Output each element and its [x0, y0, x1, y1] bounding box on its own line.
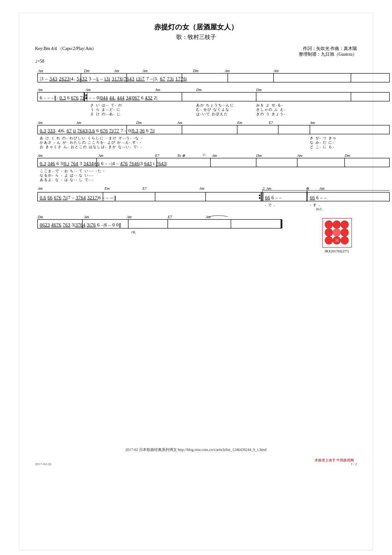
svg-text:- で -: - で - [265, 203, 276, 207]
svg-point-141 [333, 220, 341, 229]
svg-text:0623 4676 763 3|3764 3i76 6 –|: 0623 4676 763 3|3764 3i76 6 –|6 – 0 0‖ [40, 222, 121, 228]
svg-text:あか ちょうち--んに: あか ちょうち--んに [196, 103, 234, 107]
svg-text:Am: Am [98, 153, 103, 158]
svg-text:Dm: Dm [37, 215, 43, 219]
svg-text:6 – – –‖: 0.3 6 676 7i|3 – – 0: 6 – – –‖: 0.3 6 676 7i|3 – – 0|044 44. 4… [40, 95, 157, 101]
svg-point-140 [325, 220, 333, 229]
svg-point-144 [333, 228, 341, 237]
svg-text:Dm: Dm [136, 120, 142, 125]
svg-text:0.6 66 676 7i|7 – 3764 3217|6 : 0.6 66 676 7i|7 – 3764 3217|6 – – –:‖ [40, 195, 117, 200]
svg-point-146 [325, 236, 333, 244]
arranger-info: 整理制谱：九日旭（Guanxu） [299, 52, 357, 57]
svg-text:To ⊕: To ⊕ [177, 153, 185, 158]
svg-text:Dm: Dm [193, 69, 199, 73]
svg-text:E7: E7 [167, 215, 172, 219]
svg-text:さ け の--あ- じ: さ け の--あ- じ [90, 112, 121, 116]
svg-text:Am: Am [155, 88, 160, 92]
svg-text:Am: Am [126, 215, 132, 219]
svg-text:⊕: ⊕ [306, 186, 309, 191]
svg-text:|3 – 343 2623|4. 5432 3 –|i – : |3 – 343 2623|4. 5432 3 –|i – i3i 3176|7… [40, 76, 187, 81]
svg-text:Am: Am [273, 69, 279, 73]
music-score: Am Dm Am Am Dm Am Am [35, 66, 357, 435]
svg-text:D.C.: D.C. [316, 207, 323, 211]
svg-point-111 [259, 197, 261, 199]
svg-text:さ い は-- て- の: さ い は-- て- の [90, 103, 122, 107]
svg-text:う ら ま--ど- に: う ら ま--ど- に [90, 108, 121, 112]
svg-point-143 [325, 228, 333, 237]
svg-text:2. Am: 2. Am [262, 186, 271, 191]
svg-text:Am: Am [37, 186, 43, 191]
svg-text:Am: Am [114, 69, 119, 73]
svg-text:Am: Am [297, 153, 302, 158]
svg-text:ど こ- に も-: ど こ- に も- [310, 145, 335, 149]
svg-text:Am: Am [84, 215, 89, 219]
svg-text:なるか- ら -  よ ば-- な い---: なるか- ら - よ ば-- な い--- [40, 173, 94, 177]
svg-text:Dm: Dm [196, 88, 202, 92]
svg-text:Am: Am [142, 69, 148, 73]
svg-text:あるよ- な -  は な-- し で---: あるよ- な - は な-- し で--- [40, 178, 94, 182]
svg-text:E7: E7 [268, 120, 273, 125]
key-info: Key:Bm 4/4 （Capo:2/Play:Am） [35, 46, 96, 52]
svg-text:Am: Am [37, 120, 43, 125]
svg-text:0.3 346 6 3|0.i 764 3 3434|66 : 0.3 346 6 3|0.i 764 3 3434|66 6 – –|4 – … [40, 161, 167, 166]
svg-text:JRX201702(277): JRX201702(277) [325, 249, 349, 253]
svg-text:Em: Em [104, 186, 110, 191]
svg-text:旭: 旭 [335, 238, 339, 242]
svg-text:は-いて  おぼえた: は-いて おぼえた [196, 112, 228, 116]
svg-text:あ け く れ の- わびしい くらしに - まけ そ--う: あ け く れ の- わびしい くらしに - まけ そ--う- -な - [40, 136, 143, 140]
svg-text:Am: Am [224, 69, 230, 73]
tempo: ♩=58 [35, 59, 357, 64]
svg-text:かあさ - ん が- わたしの こころを- よび か--え-: かあさ - ん が- わたしの こころを- よび か--え- す- - [40, 140, 142, 145]
svg-text:Am: Am [85, 88, 91, 92]
svg-text:な み- だ に-: な み- だ に- [310, 140, 335, 144]
svg-text:き が- つ きゃ: き が- つ きゃ [310, 136, 337, 140]
svg-text:ここま- で -  お ち-- て い--- -た -: ここま- で - お ち-- て い--- -た - [40, 169, 105, 173]
svg-text:Am: Am [76, 120, 81, 125]
svg-text:E7: E7 [155, 153, 160, 158]
page-subtitle: 歌：牧村三枝子 [35, 33, 357, 41]
footer-date: 2017-02-26 [35, 462, 51, 466]
svg-text:17.: 17. [202, 153, 206, 157]
footer-url: 2017-02 日本歌曲经典系列博文 http://blog.sina.com.… [35, 447, 357, 453]
page-title: 赤提灯の女（居酒屋女人） [35, 22, 357, 32]
svg-text:Am: Am [205, 215, 211, 219]
svg-point-145 [341, 228, 349, 237]
author-info: 作詞：矢吹光 作曲：真木陽 [299, 46, 357, 52]
svg-text:Am: Am [37, 88, 43, 92]
svg-text:Em: Em [237, 120, 242, 125]
svg-text:Am: Am [212, 153, 217, 158]
svg-text:- す -: - す - [310, 203, 321, 207]
svg-text:きの う きょう-: きの う きょう- [256, 112, 286, 116]
svg-text:Am: Am [37, 153, 43, 158]
svg-text:Am: Am [199, 186, 204, 191]
svg-text:Dm: Dm [84, 69, 90, 73]
svg-text:む- せび  なくよな: む- せび なくよな [196, 108, 230, 111]
svg-text:Dm: Dm [256, 153, 262, 158]
svg-text:みを よ せ-る-: みを よ せ-る- [256, 103, 283, 107]
svg-text:Dm: Dm [344, 153, 350, 158]
svg-text:Am: Am [177, 120, 182, 125]
svg-text:66 6 – –: 66 6 – – [265, 195, 282, 200]
svg-point-110 [259, 195, 261, 196]
svg-text:Am: Am [319, 186, 324, 191]
website-logo: 本曲谱上传于 中国曲谱网 [315, 458, 354, 463]
svg-text:きしゃの ふ え-: きしゃの ふ え- [256, 108, 286, 111]
svg-text:rit.: rit. [131, 230, 136, 234]
svg-text:お きゃくさ ん- おとこの はなしは- きか な--い- : お きゃくさ ん- おとこの はなしは- きか な--い- で- - [40, 145, 142, 149]
svg-text:Dm: Dm [256, 88, 262, 92]
svg-point-149 [341, 236, 349, 244]
svg-text:66 6 – –: 66 6 – – [310, 195, 327, 200]
svg-text:E7: E7 [142, 186, 147, 191]
svg-text:0.3 333. 4|6. 67 ii 7643|3.6 6: 0.3 333. 4|6. 67 ii 7643|3.6 6 676 7i|77… [40, 128, 155, 133]
svg-text:Am: Am [38, 69, 43, 73]
svg-text:Am: Am [310, 120, 315, 125]
svg-point-142 [341, 220, 349, 229]
